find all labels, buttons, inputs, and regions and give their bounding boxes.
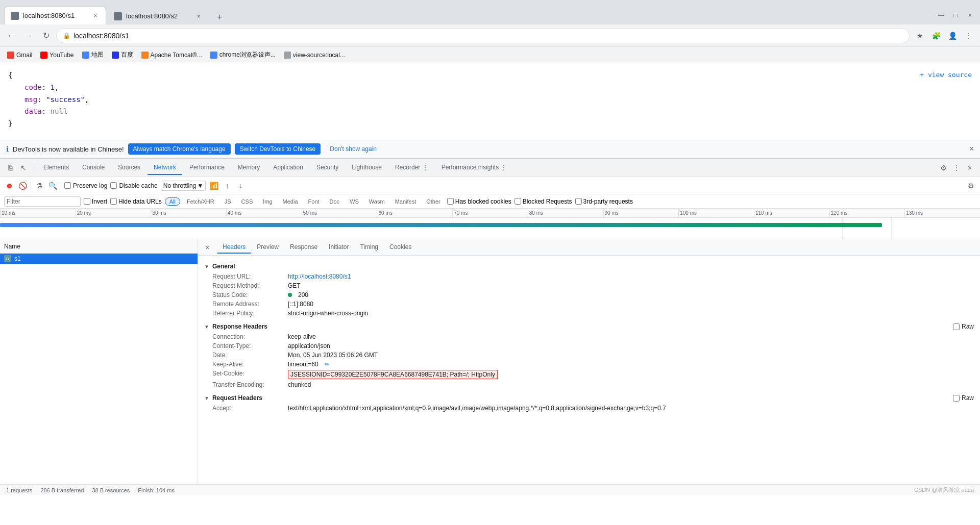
details-tab-cookies[interactable]: Cookies <box>384 241 416 254</box>
bookmark-youtube-label: YouTube <box>50 52 74 59</box>
tab-security[interactable]: Security <box>310 161 345 175</box>
general-section-label: General <box>212 263 235 270</box>
bookmark-gmail[interactable]: Gmail <box>4 51 35 60</box>
timeline: 10 ms 20 ms 30 ms 40 ms 50 ms 60 ms 70 m… <box>0 209 980 239</box>
has-blocked-cookies-checkbox[interactable]: Has blocked cookies <box>447 198 511 205</box>
bookmark-youtube[interactable]: YouTube <box>37 51 77 60</box>
dismiss-notification-button[interactable]: Don't show again <box>325 143 382 155</box>
match-language-button[interactable]: Always match Chrome's language <box>128 143 231 155</box>
details-tab-initiator[interactable]: Initiator <box>324 241 354 254</box>
bookmarks-icon[interactable]: ★ <box>913 29 927 43</box>
devtools-close-button[interactable]: × <box>964 162 976 174</box>
blocked-requests-checkbox[interactable]: Blocked Requests <box>514 198 572 205</box>
switch-to-chinese-button[interactable]: Switch DevTools to Chinese <box>235 143 321 155</box>
devtools-settings-button[interactable]: ⚙ <box>937 162 949 174</box>
details-close-button[interactable]: × <box>202 242 212 253</box>
details-tab-headers[interactable]: Headers <box>217 241 251 254</box>
details-tab-response[interactable]: Response <box>285 241 323 254</box>
tab-lighthouse[interactable]: Lighthouse <box>346 161 388 175</box>
clear-button[interactable]: 🚫 <box>17 181 28 191</box>
details-tab-timing[interactable]: Timing <box>355 241 383 254</box>
search-icon-button[interactable]: 🔍 <box>47 181 58 191</box>
keep-alive-label: Keep-Alive: <box>212 361 284 368</box>
filter-chip-font[interactable]: Font <box>305 197 323 206</box>
extensions-icon[interactable]: 🧩 <box>929 29 943 43</box>
record-button[interactable]: ⏺ <box>4 181 14 191</box>
tick-40ms: 40 ms <box>226 209 302 217</box>
disable-cache-checkbox[interactable]: Disable cache <box>110 182 157 189</box>
new-tab-button[interactable]: + <box>212 10 227 24</box>
bookmark-baidu[interactable]: 百度 <box>109 49 136 60</box>
devtools-more-button[interactable]: ⋮ <box>950 162 963 174</box>
request-headers-section-header[interactable]: ▼ Request Headers Raw <box>204 394 974 402</box>
filter-chip-css[interactable]: CSS <box>238 197 257 206</box>
bookmark-tomcat[interactable]: Apache Tomcat®... <box>138 51 205 60</box>
filter-chip-manifest[interactable]: Manifest <box>391 197 420 206</box>
bookmark-chrome-settings[interactable]: chrome浏览器设声... <box>207 49 279 60</box>
tab-sources[interactable]: Sources <box>112 161 146 175</box>
profile-icon[interactable]: 👤 <box>945 29 960 43</box>
filter-chip-fetch-xhr[interactable]: Fetch/XHR <box>183 197 218 206</box>
minimize-button[interactable]: — <box>935 9 947 21</box>
detail-row-request-method: Request Method: GET <box>204 281 974 290</box>
maximize-button[interactable]: □ <box>949 9 962 21</box>
tab-network[interactable]: Network <box>148 161 182 175</box>
network-settings-button[interactable]: ⚙ <box>966 181 976 191</box>
download-icon-button[interactable]: ↓ <box>235 181 246 191</box>
tab-memory[interactable]: Memory <box>232 161 266 175</box>
tick-100ms: 100 ms <box>678 209 754 217</box>
status-resources: 38 B resources <box>92 487 130 493</box>
back-button[interactable]: ← <box>4 29 18 43</box>
forward-button[interactable]: → <box>21 29 36 43</box>
filter-bar: Invert Hide data URLs All Fetch/XHR JS C… <box>0 194 980 209</box>
tab-performance-insights[interactable]: Performance insights ⋮ <box>435 161 513 175</box>
tab-console[interactable]: Console <box>76 161 111 175</box>
filter-chip-ws[interactable]: WS <box>346 197 362 206</box>
tab-application[interactable]: Application <box>267 161 309 175</box>
invert-checkbox[interactable]: Invert <box>84 198 107 205</box>
response-headers-section-header[interactable]: ▼ Response Headers Raw <box>204 323 974 330</box>
hide-data-urls-checkbox[interactable]: Hide data URLs <box>110 198 162 205</box>
filter-chip-media[interactable]: Media <box>279 197 302 206</box>
notification-close-button[interactable]: × <box>969 144 974 154</box>
filter-chip-other[interactable]: Other <box>423 197 444 206</box>
tab-performance[interactable]: Performance <box>183 161 231 175</box>
request-row-s1[interactable]: D s1 <box>0 254 198 264</box>
request-headers-raw-checkbox[interactable]: Raw <box>953 394 974 402</box>
connection-value: keep-alive <box>288 333 316 340</box>
throttle-dropdown[interactable]: No throttling ▼ <box>161 181 206 191</box>
details-tab-preview[interactable]: Preview <box>252 241 284 254</box>
preserve-log-checkbox[interactable]: Preserve log <box>64 182 107 189</box>
filter-icon-button[interactable]: ⚗ <box>34 181 44 191</box>
wifi-icon-button[interactable]: 📶 <box>209 181 219 191</box>
keep-alive-edit-icon[interactable]: ✏ <box>325 361 329 368</box>
status-requests: 1 requests <box>6 487 32 493</box>
filter-chip-js[interactable]: JS <box>221 197 235 206</box>
tab-1-close[interactable]: × <box>91 12 100 20</box>
filter-chip-all[interactable]: All <box>165 197 180 206</box>
address-bar[interactable]: 🔒 localhost:8080/s1 <box>56 28 910 43</box>
upload-icon-button[interactable]: ↑ <box>222 181 232 191</box>
view-source-link[interactable]: + view source <box>920 69 972 81</box>
general-section-header[interactable]: ▼ General <box>204 263 974 270</box>
filter-chip-img[interactable]: Img <box>259 197 276 206</box>
tab-2-title: localhost:8080/s2 <box>126 12 190 20</box>
close-window-button[interactable]: × <box>964 9 976 21</box>
filter-chip-wasm[interactable]: Wasm <box>365 197 388 206</box>
tab-elements[interactable]: Elements <box>37 161 75 175</box>
tab-1[interactable]: localhost:8080/s1 × <box>4 6 106 24</box>
bookmark-view-source[interactable]: view-source:local... <box>281 51 348 60</box>
devtools-dock-button[interactable]: ⎘ <box>4 162 16 174</box>
tab-recorder[interactable]: Recorder ⋮ <box>389 161 434 175</box>
tab-2[interactable]: localhost:8080/s2 × <box>107 7 209 24</box>
devtools-inspect-button[interactable]: ↖ <box>17 162 30 174</box>
bookmark-maps[interactable]: 地图 <box>79 49 107 60</box>
details-panel: × Headers Preview Response Initiator Tim… <box>198 239 980 484</box>
filter-input[interactable] <box>4 196 81 207</box>
filter-chip-doc[interactable]: Doc <box>326 197 344 206</box>
third-party-checkbox[interactable]: 3rd-party requests <box>575 198 633 205</box>
menu-icon[interactable]: ⋮ <box>962 29 976 43</box>
response-headers-raw-checkbox[interactable]: Raw <box>953 323 974 330</box>
tab-2-close[interactable]: × <box>194 12 203 20</box>
reload-button[interactable]: ↻ <box>39 29 53 43</box>
